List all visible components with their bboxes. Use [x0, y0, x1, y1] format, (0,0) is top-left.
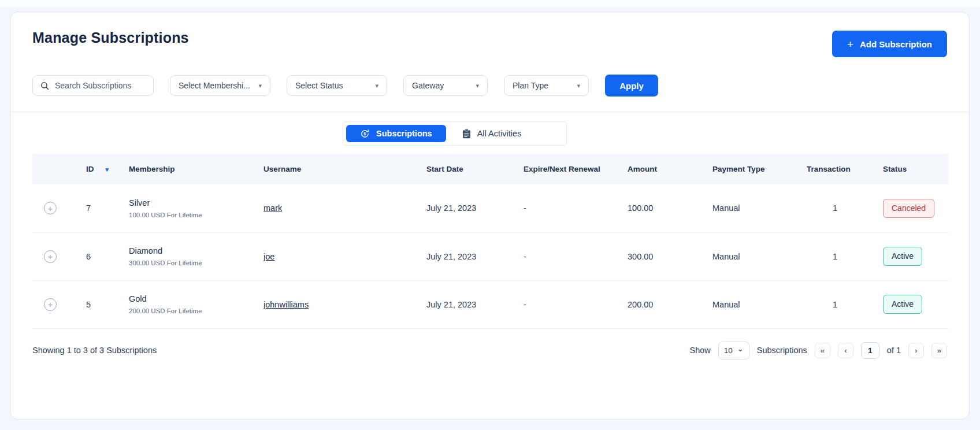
gateway-select[interactable]: Gateway ▾: [403, 75, 488, 96]
cell-id: 7: [86, 184, 129, 232]
apply-button[interactable]: Apply: [605, 75, 658, 97]
membership-select[interactable]: Select Membershi... ▾: [170, 75, 270, 96]
svg-text:$: $: [363, 132, 366, 136]
plan-type-select[interactable]: Plan Type ▾: [504, 75, 589, 96]
col-header-id[interactable]: ID▾: [86, 154, 129, 184]
caret-down-icon: ▾: [258, 83, 262, 89]
cell-start-date: July 21, 2023: [426, 280, 524, 328]
col-header-expand: [32, 154, 86, 184]
card-top: Manage Subscriptions + Add Subscription …: [10, 12, 969, 112]
card-body: $ Subscriptions All Activities: [10, 112, 969, 419]
per-page-select[interactable]: 10 ⌄: [718, 342, 749, 359]
cell-amount: 100.00: [628, 184, 712, 232]
col-header-status: Status: [883, 154, 948, 184]
col-header-username: Username: [263, 154, 426, 184]
cell-payment-type: Manual: [712, 232, 807, 280]
cell-id: 5: [86, 280, 129, 328]
cell-start-date: July 21, 2023: [426, 184, 524, 232]
membership-select-value: Select Membershi...: [179, 81, 250, 90]
search-icon: [40, 81, 50, 91]
pagination-controls: Show 10 ⌄ Subscriptions « ‹ of 1 › »: [690, 342, 947, 359]
header-row: Manage Subscriptions + Add Subscription: [32, 29, 947, 57]
tab-subscriptions[interactable]: $ Subscriptions: [346, 125, 446, 142]
cell-expire: -: [524, 280, 628, 328]
filter-row: Select Membershi... ▾ Select Status ▾ Ga…: [32, 75, 947, 97]
status-select-value: Select Status: [295, 81, 343, 90]
add-subscription-button[interactable]: + Add Subscription: [832, 31, 947, 57]
username-link[interactable]: johnwilliams: [263, 300, 309, 309]
cell-payment-type: Manual: [712, 280, 807, 328]
cell-transaction: 1: [807, 232, 883, 280]
per-page-value: 10: [724, 346, 733, 355]
col-header-amount: Amount: [628, 154, 712, 184]
membership-price: 100.00 USD For Lifetime: [129, 212, 263, 218]
cell-amount: 300.00: [628, 232, 712, 280]
unit-label: Subscriptions: [757, 346, 807, 355]
clipboard-icon: [462, 129, 471, 139]
sort-desc-icon[interactable]: ▾: [106, 166, 109, 173]
add-subscription-label: Add Subscription: [860, 39, 932, 49]
pagination-next-button[interactable]: ›: [908, 343, 924, 358]
tab-subscriptions-label: Subscriptions: [376, 129, 432, 138]
cell-id: 6: [86, 232, 129, 280]
recurring-dollar-icon: $: [360, 129, 370, 139]
gateway-select-value: Gateway: [412, 81, 444, 90]
expand-row-button[interactable]: +: [44, 298, 57, 311]
cell-transaction: 1: [807, 280, 883, 328]
table-row: + 6 Diamond 300.00 USD For Lifetime joe …: [32, 232, 948, 280]
subscriptions-table: ID▾ Membership Username Start Date Expir…: [32, 154, 948, 329]
caret-down-icon: ▾: [375, 83, 378, 89]
table-footer: Showing 1 to 3 of 3 Subscriptions Show 1…: [32, 329, 947, 373]
expand-row-button[interactable]: +: [44, 250, 57, 263]
username-link[interactable]: joe: [263, 252, 274, 261]
status-badge: Active: [883, 295, 922, 314]
pagination-last-button[interactable]: »: [931, 343, 947, 358]
search-box: [32, 75, 154, 96]
membership-price: 200.00 USD For Lifetime: [129, 307, 263, 314]
membership-name: Gold: [129, 294, 263, 303]
of-label: of 1: [887, 346, 901, 355]
view-toggle: $ Subscriptions All Activities: [343, 121, 567, 146]
col-header-id-label: ID: [86, 165, 94, 173]
pagination-prev-button[interactable]: ‹: [838, 343, 853, 358]
membership-name: Silver: [129, 198, 263, 207]
cell-expire: -: [524, 232, 628, 280]
status-select[interactable]: Select Status ▾: [287, 75, 387, 96]
col-header-transaction: Transaction: [807, 154, 883, 184]
page-number-input[interactable]: [861, 342, 879, 359]
cell-membership: Diamond 300.00 USD For Lifetime: [129, 232, 263, 280]
col-header-expire: Expire/Next Renewal: [524, 154, 628, 184]
username-link[interactable]: mark: [263, 203, 282, 213]
cell-payment-type: Manual: [712, 184, 807, 232]
membership-name: Diamond: [129, 246, 263, 255]
cell-expire: -: [524, 184, 628, 232]
tab-all-activities-label: All Activities: [477, 129, 522, 138]
page-title: Manage Subscriptions: [32, 29, 189, 46]
cell-amount: 200.00: [628, 280, 712, 328]
search-input[interactable]: [55, 81, 146, 90]
col-header-start-date: Start Date: [426, 154, 524, 184]
show-label: Show: [690, 346, 711, 355]
pagination-first-button[interactable]: «: [815, 343, 830, 358]
cell-membership: Silver 100.00 USD For Lifetime: [129, 184, 263, 232]
plus-icon: +: [847, 39, 853, 50]
table-header: ID▾ Membership Username Start Date Expir…: [32, 154, 948, 184]
subscriptions-card: Manage Subscriptions + Add Subscription …: [10, 12, 970, 420]
col-header-payment-type: Payment Type: [712, 154, 807, 184]
cell-transaction: 1: [807, 184, 883, 232]
col-header-membership: Membership: [129, 154, 263, 184]
chevron-down-icon: ⌄: [737, 347, 744, 351]
tab-all-activities[interactable]: All Activities: [446, 125, 536, 142]
expand-row-button[interactable]: +: [44, 202, 57, 214]
showing-summary: Showing 1 to 3 of 3 Subscriptions: [32, 346, 157, 355]
status-badge: Canceled: [883, 199, 934, 218]
cell-membership: Gold 200.00 USD For Lifetime: [129, 280, 263, 328]
table-row: + 7 Silver 100.00 USD For Lifetime mark …: [32, 184, 948, 232]
caret-down-icon: ▾: [577, 83, 580, 89]
page-top-strip: [0, 0, 980, 7]
table-row: + 5 Gold 200.00 USD For Lifetime johnwil…: [32, 280, 948, 328]
caret-down-icon: ▾: [476, 83, 479, 89]
plan-type-select-value: Plan Type: [513, 81, 548, 90]
status-badge: Active: [883, 247, 922, 266]
cell-start-date: July 21, 2023: [426, 232, 524, 280]
